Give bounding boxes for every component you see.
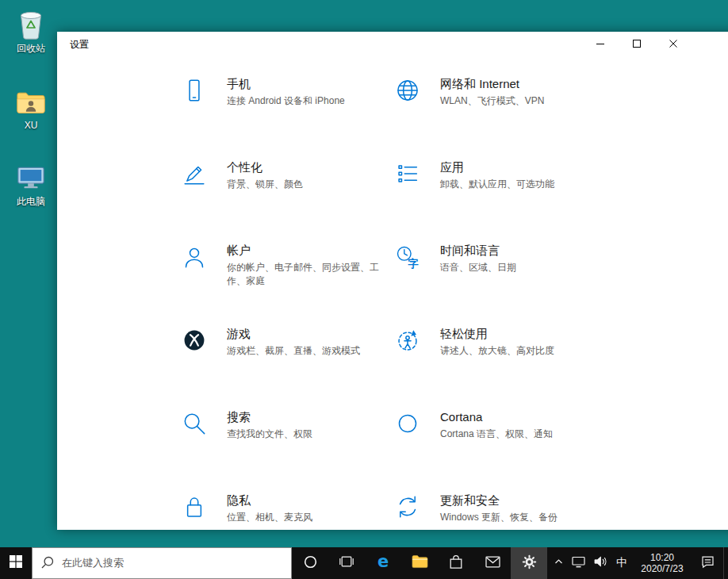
this-pc-icon [16, 163, 46, 193]
action-center-icon [701, 555, 715, 572]
search-icon [182, 412, 206, 435]
phone-icon [182, 79, 206, 102]
window-titlebar: 设置 [57, 32, 728, 57]
svg-text:字: 字 [408, 258, 419, 269]
update-security-icon [396, 495, 420, 519]
desktop-icon-user-folder[interactable]: XU [6, 87, 56, 131]
folder-user-icon [16, 87, 46, 117]
category-subtitle: 连接 Android 设备和 iPhone [227, 94, 345, 108]
category-subtitle: 讲述人、放大镜、高对比度 [440, 344, 554, 358]
taskbar-cortana-button[interactable] [292, 547, 328, 579]
settings-category-accounts[interactable]: 帐户你的帐户、电子邮件、同步设置、工作、家庭 [176, 235, 389, 318]
recycle-bin-icon [16, 10, 46, 40]
settings-category-cortana[interactable]: CortanaCortana 语言、权限、通知 [389, 401, 603, 485]
clock-date: 2020/7/23 [641, 563, 683, 574]
maximize-icon [633, 36, 641, 51]
category-title: 搜索 [227, 409, 312, 425]
category-title: 帐户 [227, 243, 384, 259]
privacy-icon [182, 495, 206, 519]
clock[interactable]: 10:20 2020/7/23 [633, 547, 692, 579]
desktop-icon-label: 回收站 [17, 42, 45, 56]
ease-of-access-icon [396, 328, 420, 352]
close-icon [669, 36, 677, 51]
settings-category-time-language[interactable]: 字时间和语言语音、区域、日期 [389, 235, 603, 318]
mail-icon [485, 556, 500, 571]
gaming-icon [182, 328, 206, 352]
window-title: 设置 [70, 38, 89, 52]
system-tray: 中 10:20 2020/7/23 [549, 547, 728, 579]
settings-category-gaming[interactable]: 游戏游戏栏、截屏、直播、游戏模式 [176, 318, 389, 401]
category-title: 隐私 [227, 493, 312, 508]
category-title: 更新和安全 [440, 493, 557, 508]
network-tray-button[interactable] [568, 547, 589, 579]
taskbar-mail-button[interactable] [474, 547, 511, 579]
taskbar-search-box[interactable]: 在此键入搜索 [32, 547, 292, 579]
category-subtitle: 语音、区域、日期 [440, 261, 516, 274]
search-icon [41, 556, 54, 571]
network-icon [572, 556, 585, 571]
taskbar-store-button[interactable] [438, 547, 474, 579]
category-subtitle: 位置、相机、麦克风 [227, 511, 312, 524]
start-button[interactable] [0, 547, 32, 579]
taskbar-settings-button[interactable] [511, 547, 547, 579]
settings-category-phone[interactable]: 手机连接 Android 设备和 iPhone [176, 68, 389, 151]
search-placeholder: 在此键入搜索 [62, 556, 124, 570]
clock-time: 10:20 [650, 552, 674, 563]
category-subtitle: 你的帐户、电子邮件、同步设置、工作、家庭 [227, 261, 384, 288]
settings-icon [522, 554, 537, 573]
close-button[interactable] [655, 32, 692, 56]
minimize-icon [596, 36, 604, 51]
minimize-button[interactable] [582, 32, 619, 56]
category-title: 轻松使用 [440, 326, 554, 342]
settings-category-grid: 手机连接 Android 设备和 iPhone网络和 InternetWLAN、… [176, 68, 603, 568]
taskbar-task-view-button[interactable] [328, 547, 365, 579]
chevron-up-icon [554, 556, 564, 570]
taskbar-edge-button[interactable]: e [365, 547, 401, 579]
apps-icon [396, 162, 420, 186]
edge-icon: e [374, 552, 393, 574]
globe-icon [396, 79, 420, 102]
settings-window: 设置 手机连接 Android 设备和 iPhone网络和 InternetWL… [57, 32, 728, 530]
settings-category-apps[interactable]: 应用卸载、默认应用、可选功能 [389, 151, 603, 235]
category-title: 手机 [227, 76, 345, 92]
settings-category-ease-of-access[interactable]: 轻松使用讲述人、放大镜、高对比度 [389, 318, 603, 401]
speaker-icon [593, 555, 607, 571]
time-language-icon: 字 [396, 245, 420, 269]
settings-category-personalization[interactable]: 个性化背景、锁屏、颜色 [176, 151, 389, 235]
category-subtitle: Cortana 语言、权限、通知 [440, 428, 553, 441]
taskbar: 在此键入搜索 e 中 10:20 2020/7/23 [0, 547, 728, 579]
category-subtitle: 背景、锁屏、颜色 [227, 178, 303, 191]
desktop-icon-label: XU [25, 120, 38, 131]
volume-tray-button[interactable] [589, 547, 611, 579]
desktop-icon-this-pc[interactable]: 此电脑 [6, 163, 56, 209]
category-subtitle: 游戏栏、截屏、直播、游戏模式 [227, 344, 360, 358]
accounts-icon [182, 245, 206, 269]
file-explorer-icon [412, 554, 428, 572]
store-icon [449, 554, 463, 573]
show-desktop-button[interactable] [723, 547, 728, 579]
cortana-icon [304, 555, 317, 572]
category-title: 网络和 Internet [440, 76, 544, 92]
category-title: Cortana [440, 409, 553, 425]
cortana-icon [396, 412, 420, 435]
category-title: 应用 [440, 159, 554, 175]
action-center-button[interactable] [692, 547, 723, 579]
desktop-icon-label: 此电脑 [17, 195, 45, 209]
tray-expand-button[interactable] [549, 547, 568, 579]
category-subtitle: Windows 更新、恢复、备份 [440, 511, 557, 524]
category-subtitle: WLAN、飞行模式、VPN [440, 94, 544, 108]
category-subtitle: 查找我的文件、权限 [227, 428, 312, 441]
category-title: 个性化 [227, 159, 303, 175]
settings-category-search[interactable]: 搜索查找我的文件、权限 [176, 401, 389, 485]
maximize-button[interactable] [619, 32, 655, 56]
desktop-icon-recycle-bin[interactable]: 回收站 [6, 10, 56, 56]
category-title: 时间和语言 [440, 243, 516, 259]
personalization-icon [182, 162, 206, 186]
caption-buttons [582, 32, 692, 56]
settings-category-network[interactable]: 网络和 InternetWLAN、飞行模式、VPN [389, 68, 603, 151]
desktop-icon-list: 回收站XU此电脑 [6, 10, 56, 209]
taskbar-file-explorer-button[interactable] [401, 547, 438, 579]
ime-indicator[interactable]: 中 [611, 547, 633, 579]
taskbar-button-row: e [292, 547, 547, 579]
category-subtitle: 卸载、默认应用、可选功能 [440, 178, 554, 191]
